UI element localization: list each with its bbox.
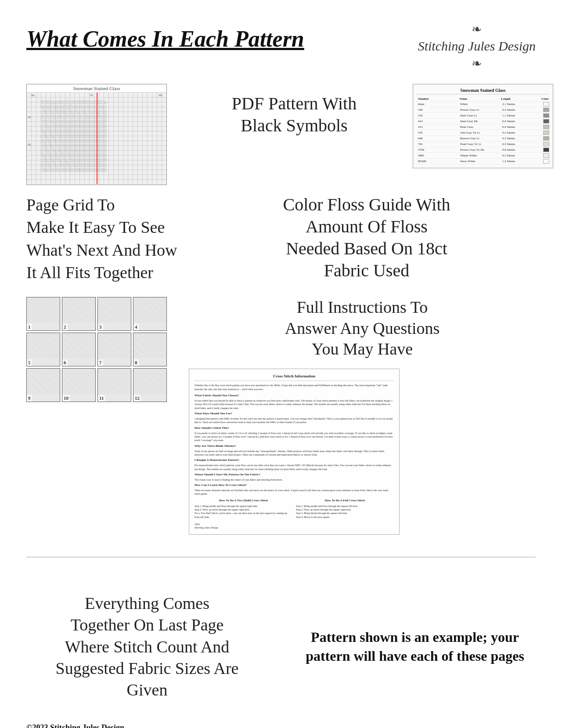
thumbnail: 6: [62, 333, 96, 366]
floss-name: Beaver Gray Lt: [459, 137, 501, 140]
floss-row: blanc White 2.1 Skeins: [417, 101, 549, 107]
floss-swatch: [543, 153, 549, 158]
signature: Jules Stitching Jules Design: [195, 522, 394, 530]
thumbnail: 4: [133, 297, 167, 331]
page-title: What Comes In Each Pattern: [26, 18, 304, 51]
floss-length: 0.4 Skeins: [501, 125, 543, 129]
thumbnail: 3: [97, 297, 131, 331]
bottom-area: Everything Comes Together On Last Page W…: [26, 584, 536, 701]
thumbnail: 9: [26, 368, 60, 402]
stitch-step: Step 2: Next, go down through the square…: [195, 508, 292, 511]
page-grid-text-block: Page Grid To Make It Easy To See What's …: [26, 194, 184, 284]
instruction-head: How Can I Learn How To Cross Stitch?: [195, 483, 394, 488]
instruction-section: What Floss Should You Use? I designed th…: [195, 412, 394, 424]
thumb-number: 7: [98, 359, 103, 366]
thumb-inner: [27, 369, 60, 394]
instruction-body: I designed this pattern with DMC in mind…: [195, 417, 394, 424]
brand-swirl-top: ❧: [418, 22, 536, 36]
divider: [26, 557, 536, 558]
instruction-section: How Can I Learn How To Cross Stitch? The…: [195, 483, 394, 496]
instruction-section: Where Should I Start My Pattern On The F…: [195, 473, 394, 482]
thumbnail: 1: [26, 297, 60, 331]
floss-length: 0.3 Skeins: [501, 154, 543, 157]
floss-number: 3865: [417, 154, 459, 157]
floss-header-row: Number Name Length Color: [417, 97, 549, 101]
stitch-step: Step 1: Bring needle and floss through t…: [195, 504, 292, 508]
floss-guide-table: Snowman Stained Glass Number Name Length…: [413, 84, 553, 168]
instruction-body: It's my belief that you should be able t…: [195, 399, 394, 410]
thumbnail: 5: [26, 333, 60, 366]
thumb-number: 10: [62, 395, 70, 402]
thumb-inner: [98, 297, 131, 322]
floss-name: Pearl Gray Vy Lt: [459, 142, 501, 146]
stitch-half-title: How To Do A Two (Half) Cross Stitch: [195, 499, 292, 503]
floss-name: Snow White: [459, 159, 501, 163]
thumb-number: 5: [27, 359, 32, 366]
instructions-doc-title: Cross Stitch Information: [195, 373, 394, 381]
floss-name: Pearl Gray: [459, 125, 501, 129]
everything-together-label: Everything Comes Together On Last Page W…: [26, 593, 268, 701]
floss-swatch: [543, 142, 549, 146]
thumb-inner: [62, 297, 95, 322]
stitch-step: Step 4: Move to the next square.: [296, 515, 394, 519]
stitch-step: Step 1: Bring needle and floss through t…: [296, 504, 394, 508]
floss-length: 0.6 Skeins: [501, 120, 543, 123]
thumb-number: 12: [133, 395, 141, 402]
floss-name: Steel Gray Dk: [459, 120, 501, 123]
copyright: ©2023 Stitching Jules Design: [26, 723, 124, 728]
floss-length: 0.3 Skeins: [501, 137, 543, 140]
floss-number: 762: [417, 142, 459, 146]
floss-row: 3799 Pewter Gray Vy Dk 0.8 Skeins: [417, 147, 549, 153]
thumb-inner: [27, 333, 60, 358]
row-1: Snowman Stained Glass ⠿⠿⠿⠻⠿⠿⠿⠿⠻⠶⠶⠿⠻⠻⠿⠿⠿⠻…: [26, 84, 536, 185]
floss-row: 414 Steel Gray Dk 0.6 Skeins: [417, 119, 549, 124]
floss-name: Pewter Gray Lt: [459, 108, 501, 112]
instruction-section: I Bought A Monochrome Pattern? For monoc…: [195, 458, 394, 471]
floss-row: 535 Ash Gray Vy Lt 0.2 Skeins: [417, 130, 549, 136]
instructions-doc: Cross Stitch Information Whether this is…: [189, 369, 400, 535]
pdf-pattern-label: PDF Pattern With Black Symbols: [232, 93, 357, 137]
thumb-number: 9: [27, 395, 32, 402]
instruction-section: What Fabric Should You Choose? It's my b…: [195, 394, 394, 410]
thumbnail: 7: [97, 333, 131, 366]
page-grid-label: Page Grid To Make It Easy To See What's …: [26, 194, 184, 284]
floss-length: 0.5 Skeins: [501, 142, 543, 146]
floss-guide-block: Snowman Stained Glass Number Name Length…: [413, 84, 536, 168]
floss-number: 648: [417, 137, 459, 140]
floss-guide-title: Snowman Stained Glass: [417, 88, 549, 94]
floss-guide-text-block: Color Floss Guide With Amount Of Floss N…: [198, 194, 536, 282]
thumb-number: 3: [98, 324, 103, 330]
instructions-block: Full Instructions To Answer Any Question…: [189, 297, 536, 535]
thumbnail: 8: [133, 333, 167, 366]
instruction-head: What Fabric Should You Choose?: [195, 394, 394, 398]
pattern-image: Snowman Stained Glass ⠿⠿⠿⠻⠿⠿⠿⠿⠻⠶⠶⠿⠻⠻⠿⠿⠿⠻…: [26, 84, 167, 185]
thumbnails-grid: 1 2 3 4 5 6 7 8 9 10: [26, 297, 167, 402]
col-length: Length: [500, 97, 541, 101]
floss-length: 0.2 Skeins: [501, 131, 543, 134]
floss-length: 1.1 Skeins: [501, 114, 543, 117]
floss-length: 2.1 Skeins: [501, 102, 543, 106]
brand-swirl-bottom: ❧: [418, 56, 536, 71]
thumb-number: 4: [133, 324, 139, 330]
thumb-inner: [62, 333, 95, 358]
floss-swatch: [543, 108, 549, 112]
stitch-guide-half: How To Do A Two (Half) Cross Stitch Step…: [195, 499, 292, 519]
col-name: Name: [458, 97, 500, 101]
thumb-inner: [133, 297, 166, 322]
floss-row: B5200 Snow White 1.2 Skeins: [417, 159, 549, 164]
instruction-body: Some of my pieces are full-coverage and …: [195, 449, 394, 457]
instruction-section: How Should I Stitch This? If you prefer …: [195, 426, 394, 442]
floss-row: 762 Pearl Gray Vy Lt 0.5 Skeins: [417, 141, 549, 147]
footer: ©2023 Stitching Jules Design: [26, 719, 536, 728]
floss-number: 414: [417, 120, 459, 123]
floss-length: 1.2 Skeins: [501, 159, 543, 163]
page-header: What Comes In Each Pattern ❧ Stitching J…: [26, 18, 536, 71]
thumbnails-block: 1 2 3 4 5 6 7 8 9 10: [26, 297, 176, 402]
floss-row: 3865 Winter White 0.3 Skeins: [417, 153, 549, 159]
thumb-number: 6: [62, 359, 68, 366]
floss-number: B5200: [417, 159, 459, 163]
instruction-head: Why Are There Blank Stitches?: [195, 444, 394, 449]
thumb-inner: [62, 369, 95, 394]
floss-name: Steel Gray Lt: [459, 114, 501, 117]
floss-row: 318 Steel Gray Lt 1.1 Skeins: [417, 113, 549, 119]
